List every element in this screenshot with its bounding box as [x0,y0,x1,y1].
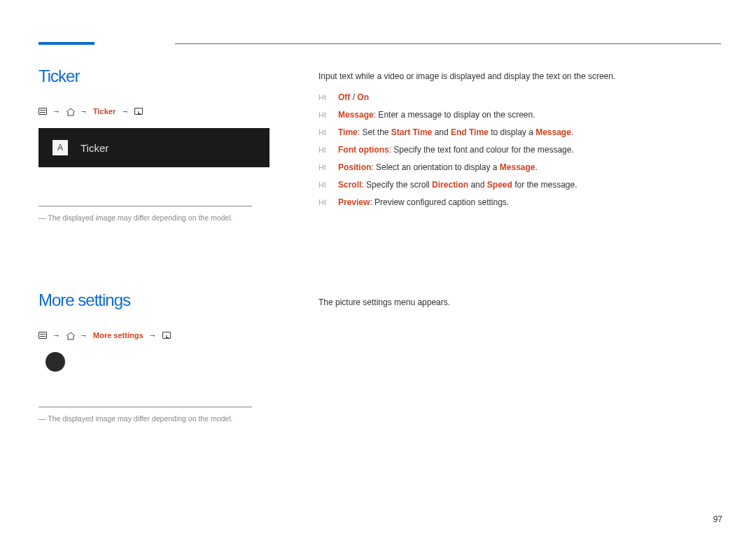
section-more-settings-left: More settings → → More settings → ― The … [38,290,270,423]
dash-glyph: ― [38,414,46,423]
more-settings-nav-path: → → More settings → [38,331,270,339]
ticker-heading: Ticker [38,66,270,86]
hl-msg: Message [536,127,571,137]
ticker-letter-badge: A [52,140,68,155]
more-settings-disclaimer: ― The displayed image may differ dependi… [38,414,270,423]
ticker-intro-text: Input text while a video or image is dis… [318,70,721,83]
bullet-body: Position: Select an orientation to displ… [338,161,538,174]
path-arrow: → [149,331,157,339]
bullet-icon: Ht [318,179,331,191]
hl-end-time: End Time [451,127,489,137]
enter-icon [162,332,171,339]
bullet-body: Font options: Specify the text font and … [338,143,574,156]
path-arrow: → [52,331,60,339]
ticker-preview-box: A Ticker [38,128,270,167]
bullet-body: Scroll: Specify the scroll Direction and… [338,178,578,191]
hl-preview: Preview [338,197,370,207]
bullet-off-on: Ht Off / On [318,91,721,104]
more-settings-heading: More settings [38,290,270,310]
bullet-preview: Ht Preview: Preview configured caption s… [318,196,721,209]
ticker-box-label: Ticker [80,142,108,154]
hl-time: Time [338,127,358,137]
bullet-scroll: Ht Scroll: Specify the scroll Direction … [318,178,721,191]
accent-bar [38,42,94,45]
menu-icon [38,332,47,339]
bullet-message: Ht Message: Enter a message to display o… [318,108,721,121]
bullet-icon: Ht [318,92,331,104]
ticker-nav-path: → → Ticker → [38,107,270,115]
ticker-disclaimer: ― The displayed image may differ dependi… [38,213,270,222]
bullet-icon: Ht [318,109,331,121]
hl-speed: Speed [487,180,512,190]
path-arrow: → [121,107,129,115]
separator-line [38,407,252,407]
dash-glyph: ― [38,213,46,222]
path-label-more-settings: More settings [93,331,144,339]
hl-on: On [357,92,369,102]
hl-off: Off [338,92,350,102]
menu-icon [38,108,47,115]
bullet-position: Ht Position: Select an orientation to di… [318,161,721,174]
bullet-font-options: Ht Font options: Specify the text font a… [318,143,721,156]
hl-message: Message [338,110,374,120]
settings-circle-icon [46,352,65,372]
message-text: : Enter a message to display on the scre… [374,110,536,120]
ticker-bullet-list: Ht Off / On Ht Message: Enter a message … [318,91,721,209]
page-number: 97 [713,514,722,524]
hl-start-time: Start Time [391,127,432,137]
enter-icon [134,108,143,115]
bullet-icon: Ht [318,197,331,209]
bullet-icon: Ht [318,127,331,139]
home-icon [66,108,74,115]
hl-font-options: Font options [338,145,389,155]
bullet-icon: Ht [318,144,331,156]
disclaimer-text: The displayed image may differ depending… [48,414,232,423]
bullet-body: Off / On [338,91,369,104]
sep: / [350,92,357,102]
more-settings-description: The picture settings menu appears. [318,297,721,307]
bullet-body: Preview: Preview configured caption sett… [338,196,509,209]
path-arrow: → [52,107,60,115]
path-arrow: → [80,107,88,115]
path-label-ticker: Ticker [93,107,115,115]
bullet-time: Ht Time: Set the Start Time and End Time… [318,126,721,139]
header-rule [175,43,721,44]
bullet-body: Message: Enter a message to display on t… [338,108,536,121]
bullet-icon: Ht [318,162,331,174]
home-icon [66,332,74,339]
hl-direction: Direction [432,180,468,190]
hl-position: Position [338,162,371,172]
disclaimer-text: The displayed image may differ depending… [48,213,232,222]
more-settings-text: The picture settings menu appears. [318,297,450,307]
hl-scroll: Scroll [338,180,361,190]
bullet-body: Time: Set the Start Time and End Time to… [338,126,573,139]
ticker-description: Input text while a video or image is dis… [318,70,721,213]
path-arrow: → [80,331,88,339]
hl-msg2: Message [500,162,536,172]
section-ticker-left: Ticker → → Ticker → A Ticker ― The displ… [38,66,270,222]
separator-line [38,206,252,206]
